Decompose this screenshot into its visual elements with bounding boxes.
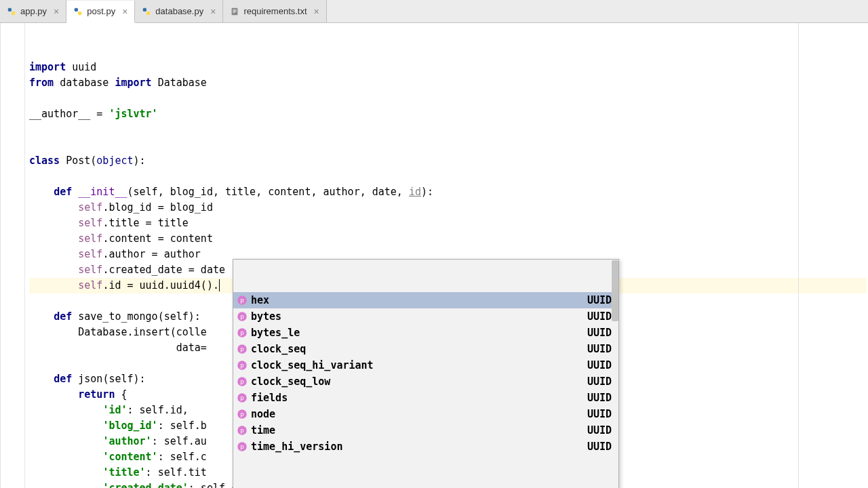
- property-icon: p: [236, 392, 248, 404]
- kw-class: class: [29, 155, 60, 167]
- autocomplete-item-type: UUID: [587, 292, 612, 308]
- autocomplete-item-name: hex: [251, 292, 269, 308]
- autocomplete-item-name: bytes_le: [251, 325, 300, 341]
- autocomplete-scrollbar[interactable]: [612, 260, 618, 321]
- property-icon: p: [236, 441, 248, 453]
- text-file-icon: [230, 7, 239, 16]
- close-icon[interactable]: ×: [314, 6, 319, 17]
- text-caret: [219, 279, 220, 291]
- property-icon: p: [236, 375, 248, 388]
- autocomplete-item-name: bytes: [251, 308, 281, 325]
- fn-save: save_to_mongo: [78, 310, 157, 323]
- autocomplete-item[interactable]: phexUUID: [233, 292, 618, 308]
- property-icon: p: [236, 457, 248, 458]
- autocomplete-list[interactable]: phexUUIDpbytesUUIDpbytes_leUUIDpclock_se…: [233, 292, 618, 458]
- svg-text:p: p: [240, 297, 243, 304]
- close-icon[interactable]: ×: [54, 6, 59, 17]
- svg-text:p: p: [240, 313, 243, 320]
- svg-text:p: p: [240, 329, 243, 336]
- svg-rect-3: [78, 12, 81, 15]
- tab-post-py[interactable]: post.py ×: [66, 1, 135, 23]
- svg-rect-4: [143, 7, 146, 11]
- autocomplete-item-type: UUID: [587, 455, 612, 458]
- svg-text:p: p: [240, 378, 243, 385]
- autocomplete-item-name: time: [251, 422, 275, 439]
- autocomplete-item-name: fields: [251, 390, 288, 406]
- str-author: 'jslvtr': [108, 108, 157, 120]
- svg-text:p: p: [240, 411, 243, 418]
- var-author: __author__: [29, 108, 90, 120]
- autocomplete-item-type: UUID: [587, 390, 612, 406]
- autocomplete-item-type: UUID: [587, 406, 612, 422]
- kw-def: def: [54, 186, 72, 198]
- tab-database-py[interactable]: database.py ×: [135, 0, 223, 22]
- svg-text:p: p: [240, 362, 243, 369]
- tab-requirements-txt[interactable]: requirements.txt ×: [223, 0, 326, 22]
- svg-text:p: p: [240, 394, 243, 401]
- autocomplete-item[interactable]: pnodeUUID: [233, 406, 618, 422]
- kw-from: from: [29, 77, 54, 89]
- autocomplete-item-type: UUID: [587, 357, 612, 373]
- autocomplete-item-type: UUID: [587, 325, 612, 341]
- property-icon: p: [236, 310, 248, 323]
- autocomplete-item-type: UUID: [587, 422, 612, 439]
- python-file-icon: [73, 7, 83, 16]
- close-icon[interactable]: ×: [210, 6, 216, 17]
- autocomplete-item[interactable]: ptime_hi_versionUUID: [233, 439, 618, 455]
- autocomplete-item[interactable]: pclock_seq_hi_variantUUID: [233, 357, 618, 373]
- autocomplete-item-name: clock_seq_hi_variant: [251, 357, 374, 373]
- svg-rect-7: [233, 9, 237, 10]
- tab-label: database.py: [155, 6, 203, 16]
- autocomplete-item[interactable]: pbytesUUID: [233, 308, 618, 325]
- svg-text:p: p: [240, 443, 243, 450]
- fn-init: __init__: [78, 186, 127, 198]
- autocomplete-item-name: time_low: [251, 455, 300, 458]
- autocomplete-popup: phexUUIDpbytesUUIDpbytes_leUUIDpclock_se…: [233, 259, 619, 488]
- autocomplete-item[interactable]: ptimeUUID: [233, 422, 618, 439]
- autocomplete-item[interactable]: pclock_seqUUID: [233, 341, 618, 357]
- property-icon: p: [236, 359, 248, 371]
- svg-rect-9: [233, 12, 236, 12]
- autocomplete-item-type: UUID: [587, 439, 612, 455]
- svg-rect-1: [12, 12, 15, 15]
- autocomplete-item[interactable]: pbytes_leUUID: [233, 325, 618, 341]
- tab-label: app.py: [20, 6, 47, 16]
- python-file-icon: [142, 7, 151, 16]
- mod-uuid: uuid: [72, 61, 96, 73]
- property-icon: p: [236, 424, 248, 436]
- autocomplete-item-type: UUID: [587, 373, 612, 390]
- autocomplete-item-name: node: [251, 406, 275, 422]
- python-file-icon: [7, 7, 16, 16]
- close-icon[interactable]: ×: [122, 6, 127, 17]
- property-icon: p: [236, 408, 248, 420]
- editor-gutter[interactable]: [1, 23, 25, 488]
- cls-database: Database: [158, 77, 207, 89]
- editor-tab-bar: app.py × post.py × database.py × require…: [0, 0, 868, 23]
- svg-text:p: p: [240, 427, 243, 434]
- code-editor[interactable]: import uuid from database import Databas…: [25, 23, 868, 488]
- fn-json: json: [78, 373, 102, 385]
- kw-import: import: [29, 61, 66, 73]
- autocomplete-item-name: clock_seq: [251, 341, 306, 357]
- property-icon: p: [236, 327, 248, 339]
- param-id-shadow: id: [409, 186, 421, 198]
- right-margin-guide: [798, 23, 799, 488]
- property-icon: p: [236, 343, 248, 355]
- autocomplete-item[interactable]: pfieldsUUID: [233, 390, 618, 406]
- autocomplete-item-type: UUID: [587, 308, 612, 325]
- tab-label: post.py: [87, 6, 115, 16]
- mod-database: database: [60, 77, 108, 89]
- tab-app-py[interactable]: app.py ×: [0, 0, 66, 22]
- autocomplete-item[interactable]: ptime_lowUUID: [233, 455, 618, 458]
- kw-return: return: [78, 388, 115, 401]
- svg-rect-0: [8, 7, 12, 11]
- svg-text:p: p: [240, 346, 243, 352]
- property-icon: p: [236, 294, 248, 306]
- svg-rect-8: [233, 11, 237, 12]
- svg-rect-2: [75, 7, 78, 11]
- kw-import2: import: [115, 77, 151, 89]
- autocomplete-item[interactable]: pclock_seq_lowUUID: [233, 373, 618, 390]
- class-name: Post: [66, 155, 90, 167]
- tab-label: requirements.txt: [243, 6, 307, 16]
- autocomplete-item-name: time_hi_version: [251, 439, 342, 455]
